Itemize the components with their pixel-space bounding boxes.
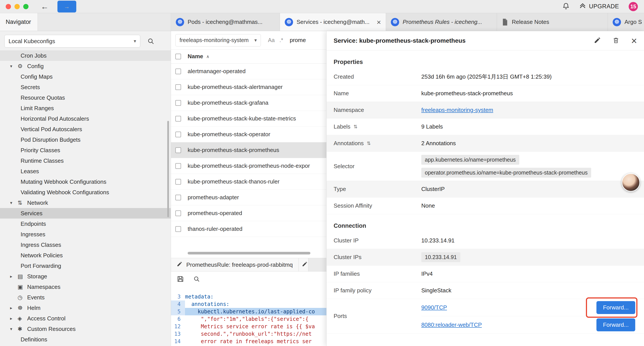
sidebar-item-leases[interactable]: Leases [0,166,171,177]
row-checkbox[interactable] [175,147,181,153]
chevron-down-icon: ▾ [134,38,136,44]
sidebar-item-vertical-pod-autoscalers[interactable]: Vertical Pod Autoscalers [0,124,171,134]
tab-pods-icecheng-mathmas[interactable]: ☸Pods - icecheng@mathmas... [171,13,280,31]
port-link[interactable]: 9090/TCP [421,304,447,311]
chevron-down-icon[interactable]: ▾ [10,326,18,332]
chevron-down-icon[interactable]: ▾ [10,200,18,205]
sort-icon[interactable]: ⇅ [354,124,358,130]
notifications-bell-icon[interactable] [562,2,570,11]
value-badge: 10.233.14.91 [421,252,460,262]
forward-button[interactable]: Forward... [596,301,635,314]
sidebar-item-validating-webhook-configurations[interactable]: Validating Webhook Configurations [0,187,171,198]
sidebar-item-access-control[interactable]: ▸◈Access Control [0,313,171,324]
sidebar-item-limit-ranges[interactable]: Limit Ranges [0,103,171,113]
dock-tab-partial[interactable] [299,258,308,271]
sidebar-item-services[interactable]: Services [0,208,171,219]
chevron-right-icon[interactable]: ▸ [10,274,18,279]
namespace-link[interactable]: freeleaps-monitoring-system [421,107,493,113]
sidebar-item-namespaces[interactable]: ▣Namespaces [0,282,171,292]
sidebar-item-definitions[interactable]: Definitions [0,334,171,345]
row-checkbox[interactable] [175,195,181,200]
sidebar-item-network-policies[interactable]: Network Policies [0,250,171,261]
sidebar-item-storage[interactable]: ▸▤Storage [0,271,171,282]
chevron-right-icon[interactable]: ▸ [10,305,18,311]
row-checkbox[interactable] [175,226,181,232]
row-checkbox[interactable] [175,100,181,106]
kubernetes-icon: ☸ [613,18,621,26]
forward-icon[interactable]: → [58,1,76,12]
sidebar-item-pod-disruption-budgets[interactable]: Pod Disruption Budgets [0,134,171,145]
match-case-toggle[interactable]: Aa [268,37,275,43]
column-header-name[interactable]: Name [188,53,203,60]
line-number: 13 [171,330,185,338]
property-row-selector: Selectorapp.kubernetes.io/name=prometheu… [326,152,644,181]
sidebar-item-resource-quotas[interactable]: Resource Quotas [0,92,171,103]
sidebar-item-network[interactable]: ▾⇅Network [0,198,171,208]
tab-services-icecheng-math[interactable]: ☸Services - icecheng@math...× [280,13,386,31]
port-link[interactable]: 8080:reloader-web/TCP [421,322,482,328]
close-drawer-icon[interactable]: × [631,36,637,46]
sidebar-item-label: Namespaces [27,284,60,290]
row-checkbox[interactable] [175,132,181,137]
sidebar-item-label: Ingress Classes [20,242,61,248]
sidebar-item-label: Resource Quotas [20,94,65,101]
property-label: Namespace [334,107,421,113]
sidebar-item-config[interactable]: ▾⚙Config [0,61,171,71]
sidebar-item-events[interactable]: ◷Events [0,292,171,303]
row-checkbox[interactable] [175,68,181,74]
sidebar-item-mutating-webhook-configurations[interactable]: Mutating Webhook Configurations [0,177,171,187]
notification-count-badge[interactable]: 15 [629,2,638,11]
minimize-window-button[interactable] [14,4,20,9]
save-icon[interactable] [177,275,184,284]
property-label: Name [334,90,421,97]
row-checkbox[interactable] [175,210,181,216]
chevron-down-icon[interactable]: ▾ [10,63,18,69]
sidebar-search-icon[interactable] [147,38,154,45]
dock-tab-prometheusrule[interactable]: PrometheusRule: freeleaps-prod-rabbitmq [171,258,299,271]
sidebar-item-ingresses[interactable]: Ingresses [0,229,171,240]
chevron-right-icon[interactable]: ▸ [10,316,18,321]
row-checkbox[interactable] [175,179,181,185]
horizontal-scrollbar[interactable] [188,252,310,255]
trash-icon[interactable] [613,37,619,45]
tab-release-notes[interactable]: Release Notes [497,13,608,31]
sidebar-item-helm[interactable]: ▸☸Helm [0,303,171,313]
sidebar-item-runtime-classes[interactable]: Runtime Classes [0,155,171,166]
sidebar-item-port-forwarding[interactable]: Port Forwarding [0,261,171,271]
sidebar-item-config-maps[interactable]: Config Maps [0,71,171,82]
property-label: IP family policy [334,287,421,294]
sidebar-item-ingress-classes[interactable]: Ingress Classes [0,240,171,250]
upgrade-button[interactable]: UPGRADE [579,2,619,10]
section-title-connection: Connection [334,223,637,229]
sort-icon[interactable]: ⇅ [367,141,371,146]
close-tab-icon[interactable]: × [376,18,381,26]
sidebar-item-priority-classes[interactable]: Priority Classes [0,145,171,155]
sidebar-item-endpoints[interactable]: Endpoints [0,219,171,229]
forward-button[interactable]: Forward... [596,319,635,331]
network-icon: ⇅ [18,200,27,206]
select-all-checkbox[interactable] [175,54,181,59]
line-number: 3 [171,293,185,301]
kubeconfig-selector[interactable]: Local Kubeconfigs ▾ [4,35,140,47]
sidebar-item-custom-resources[interactable]: ▾✱Custom Resources [0,324,171,334]
close-window-button[interactable] [6,4,11,9]
tab-prometheus-rules-icecheng[interactable]: ☸Prometheus Rules - icecheng... [386,13,497,31]
tab-argo-s[interactable]: ☸Argo S [608,13,644,31]
tab-navigator[interactable]: Navigator [0,13,38,31]
sidebar-item-secrets[interactable]: Secrets [0,82,171,92]
namespace-selector[interactable]: freeleaps-monitoring-system ▾ [175,34,261,46]
row-checkbox[interactable] [175,116,181,122]
back-icon[interactable]: ← [41,3,49,10]
zoom-window-button[interactable] [23,4,28,9]
port-row: 8080:reloader-web/TCPForward... [421,316,637,333]
user-avatar[interactable] [622,173,640,192]
sidebar-item-horizontal-pod-autoscalers[interactable]: Horizontal Pod Autoscalers [0,113,171,124]
edit-pencil-icon[interactable] [594,37,601,45]
property-label: Type [334,186,421,193]
sidebar-scrollbar[interactable] [167,121,169,217]
sidebar-item-cron-jobs[interactable]: Cron Jobs [0,50,171,61]
editor-search-icon[interactable] [193,276,200,283]
regex-toggle[interactable]: .* [280,37,283,43]
row-checkbox[interactable] [175,84,181,90]
row-checkbox[interactable] [175,163,181,169]
